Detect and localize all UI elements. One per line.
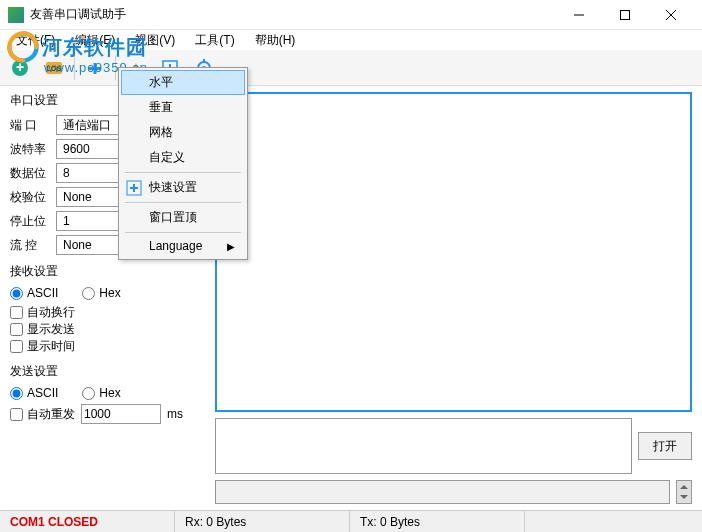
interval-input[interactable]: [81, 404, 161, 424]
svg-marker-19: [680, 485, 688, 489]
toolbar: + LOG: [0, 50, 702, 86]
recv-hex-radio[interactable]: Hex: [82, 286, 120, 300]
autorepeat-check[interactable]: 自动重发: [10, 406, 75, 423]
status-port: COM1 CLOSED: [0, 511, 175, 532]
toolbar-log-icon[interactable]: LOG: [38, 53, 70, 83]
send-settings-section: 发送设置 ASCII Hex 自动重发 ms: [10, 363, 205, 424]
view-vertical-item[interactable]: 垂直: [121, 95, 245, 120]
stopbits-label: 停止位: [10, 213, 50, 230]
send-ascii-radio[interactable]: ASCII: [10, 386, 58, 400]
receive-settings-title: 接收设置: [10, 263, 205, 280]
right-panel: 打开: [215, 86, 702, 510]
view-grid-item[interactable]: 网格: [121, 120, 245, 145]
status-rx: Rx: 0 Bytes: [175, 511, 350, 532]
hex-scrollbar[interactable]: [676, 480, 692, 504]
dropdown-separator: [125, 172, 241, 173]
send-textarea[interactable]: [215, 418, 632, 474]
recv-ascii-radio[interactable]: ASCII: [10, 286, 58, 300]
recv-showsend-check[interactable]: 显示发送: [10, 321, 205, 338]
menu-edit[interactable]: 编辑(E): [67, 30, 123, 51]
menu-help[interactable]: 帮助(H): [247, 30, 304, 51]
hex-display: [215, 480, 670, 504]
databits-label: 数据位: [10, 165, 50, 182]
close-button[interactable]: [648, 0, 694, 30]
window-title: 友善串口调试助手: [30, 6, 556, 23]
send-settings-title: 发送设置: [10, 363, 205, 380]
view-dropdown: 水平 垂直 网格 自定义 快速设置 窗口置顶 Language▶: [118, 67, 248, 260]
svg-rect-9: [94, 63, 97, 74]
baud-label: 波特率: [10, 141, 50, 158]
receive-textarea[interactable]: [215, 92, 692, 412]
svg-text:+: +: [16, 59, 24, 75]
dropdown-separator: [125, 202, 241, 203]
menu-view[interactable]: 视图(V): [127, 30, 183, 51]
app-icon: [8, 7, 24, 23]
view-horizontal-item[interactable]: 水平: [121, 70, 245, 95]
toolbar-separator: [115, 56, 116, 80]
receive-settings-section: 接收设置 ASCII Hex 自动换行 显示发送 显示时间: [10, 263, 205, 355]
menu-file[interactable]: 文件(F): [8, 30, 63, 51]
minimize-button[interactable]: [556, 0, 602, 30]
toolbar-add-port-icon[interactable]: +: [4, 53, 36, 83]
send-hex-radio[interactable]: Hex: [82, 386, 120, 400]
menubar: 文件(F) 编辑(E) 视图(V) 工具(T) 帮助(H): [0, 30, 702, 50]
recv-autowrap-check[interactable]: 自动换行: [10, 304, 205, 321]
titlebar: 友善串口调试助手: [0, 0, 702, 30]
view-custom-item[interactable]: 自定义: [121, 145, 245, 170]
status-spacer: [525, 511, 702, 532]
content-area: 串口设置 端 口 通信端口 波特率 9600 数据位 8 校验位 None 停止…: [0, 86, 702, 510]
parity-label: 校验位: [10, 189, 50, 206]
quicksettings-icon: [125, 179, 143, 197]
view-windowtop-item[interactable]: 窗口置顶: [121, 205, 245, 230]
svg-text:LOG: LOG: [46, 65, 62, 72]
flow-label: 流 控: [10, 237, 50, 254]
submenu-arrow-icon: ▶: [227, 241, 235, 252]
svg-rect-1: [621, 10, 630, 19]
toolbar-separator: [74, 56, 75, 80]
dropdown-separator: [125, 232, 241, 233]
interval-unit: ms: [167, 407, 183, 421]
svg-marker-20: [680, 495, 688, 499]
statusbar: COM1 CLOSED Rx: 0 Bytes Tx: 0 Bytes: [0, 510, 702, 532]
toolbar-hplus-icon[interactable]: [79, 53, 111, 83]
status-tx: Tx: 0 Bytes: [350, 511, 525, 532]
port-label: 端 口: [10, 117, 50, 134]
open-button[interactable]: 打开: [638, 432, 692, 460]
menu-tools[interactable]: 工具(T): [187, 30, 242, 51]
recv-showtime-check[interactable]: 显示时间: [10, 338, 205, 355]
maximize-button[interactable]: [602, 0, 648, 30]
view-quicksettings-item[interactable]: 快速设置: [121, 175, 245, 200]
view-language-item[interactable]: Language▶: [121, 235, 245, 257]
